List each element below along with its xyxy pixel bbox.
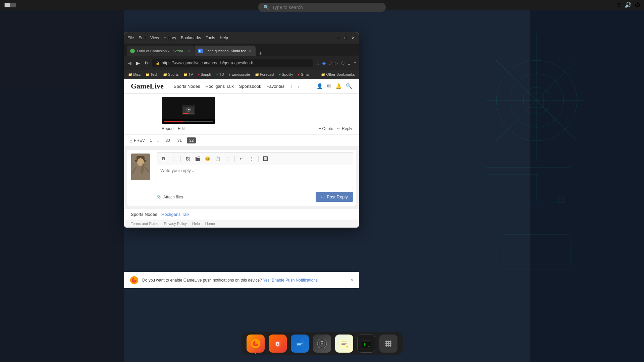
download-icon[interactable]: ⤓	[347, 61, 351, 66]
footer-home[interactable]: Home	[205, 222, 215, 226]
nav-chevron[interactable]: ›	[298, 84, 299, 89]
toolbar-more-3[interactable]: ⋮	[248, 155, 256, 163]
other-bookmarks[interactable]: 📁 Other Bookmarks	[320, 72, 356, 77]
toolbar-preview[interactable]: 🔲	[261, 155, 269, 163]
page-31[interactable]: 31	[175, 137, 184, 143]
toolbar-emoji[interactable]: 😊	[204, 155, 212, 163]
footer-hooligans-link[interactable]: Hooligans Talk	[161, 212, 190, 217]
bookmark-td[interactable]: ♦ TD	[215, 72, 225, 77]
edit-button[interactable]: Edit	[178, 126, 185, 131]
toolbar-more-2[interactable]: ⋮	[224, 155, 232, 163]
address-bar[interactable]: 🔒 https://www.gamelive.com/threads/got-a…	[152, 59, 313, 67]
tab-gamelive[interactable]: G Got a question. Kinda tec ✕	[195, 46, 256, 56]
svg-point-63	[387, 341, 389, 343]
footer-terms[interactable]: Terms and Rules	[131, 222, 159, 226]
menu-file[interactable]: File	[127, 36, 134, 40]
tab-close-2[interactable]: ✕	[248, 49, 252, 53]
toolbar-video[interactable]: 🎬	[194, 155, 202, 163]
extension-icon-1[interactable]: ⬡	[328, 61, 332, 66]
top-bar-left	[4, 3, 16, 7]
tabs-overflow-button[interactable]: ⌄	[353, 52, 356, 56]
report-button[interactable]: Report	[162, 126, 174, 131]
nav-more[interactable]: T	[290, 84, 292, 89]
toolbar-image[interactable]: 🖼	[183, 155, 192, 163]
bookmark-windsorsite[interactable]: ♦ windsorsite	[227, 72, 252, 77]
nav-hooligans-talk[interactable]: Hooligans Talk	[206, 84, 234, 89]
enable-notifications-link[interactable]: Yes, Enable Push Notifications.	[263, 278, 319, 283]
dock-firefox[interactable]	[247, 335, 265, 353]
dock-files[interactable]	[291, 335, 309, 353]
post-content-area: Report Edit + Quote ↩ Reply	[162, 97, 352, 131]
reply-button[interactable]: ↩ Reply	[337, 126, 352, 131]
reply-icon: ↩	[337, 126, 340, 131]
menu-history[interactable]: History	[164, 36, 176, 40]
menu-edit[interactable]: Edit	[139, 36, 146, 40]
toolbar-sep-3	[258, 156, 259, 162]
svg-rect-13	[558, 198, 564, 203]
window-close[interactable]: ✕	[351, 36, 356, 40]
nav-sportsbook[interactable]: Sportsbook	[239, 84, 261, 89]
window-maximize[interactable]: □	[343, 36, 348, 40]
nav-sports-nodes[interactable]: Sports Nodes	[174, 84, 200, 89]
bookmark-gmail[interactable]: ♦ Gmail	[297, 72, 312, 77]
svg-point-65	[385, 343, 387, 345]
folder-icon: 📁	[321, 73, 325, 76]
pocket-icon[interactable]: ◈	[322, 61, 326, 66]
bookmark-misc[interactable]: 📁 Misc	[127, 72, 142, 77]
nav-favorites[interactable]: Favorites	[267, 84, 284, 89]
post-video-thumbnail[interactable]	[162, 97, 215, 124]
bookmark-forecast[interactable]: 📁 Forecast	[254, 72, 276, 77]
toolbar-clipboard[interactable]: 📋	[214, 155, 222, 163]
bookmark-tv[interactable]: 📁 TV	[182, 72, 195, 77]
menu-icon[interactable]: ≡	[354, 61, 356, 66]
media-icon[interactable]: ▷	[335, 61, 338, 66]
bell-icon[interactable]: 🔔	[335, 83, 342, 89]
nav-reload[interactable]: ↻	[144, 60, 150, 66]
page-30[interactable]: 30	[163, 137, 172, 143]
footer-help[interactable]: Help	[192, 222, 200, 226]
nav-forward[interactable]: ▶	[135, 60, 141, 66]
taskbar-dock: B	[241, 332, 403, 355]
toolbar-bold[interactable]: B	[160, 155, 168, 163]
tab-land-of-confusion[interactable]: Land of Confusion - 2007 PLAYING ✕	[127, 46, 194, 56]
page-32-current[interactable]: 32	[187, 137, 196, 143]
footer-sports-nodes[interactable]: Sports Nodes	[131, 212, 157, 217]
mail-icon[interactable]: ✉	[327, 83, 331, 89]
push-close-button[interactable]: ×	[351, 278, 354, 283]
quote-button[interactable]: + Quote	[319, 126, 333, 131]
dock-app-grid[interactable]	[379, 335, 397, 353]
attach-files-button[interactable]: 📎 Attach files	[157, 195, 183, 199]
reply-textarea[interactable]	[157, 165, 353, 188]
folder-icon: 📁	[183, 73, 187, 76]
dock-terminal[interactable]: $ _	[357, 335, 375, 353]
menu-view[interactable]: View	[150, 36, 159, 40]
search-input[interactable]	[272, 5, 380, 10]
bookmark-simplii[interactable]: ♦ Simplii	[197, 72, 213, 77]
dock-brave[interactable]: B	[269, 335, 287, 353]
folder-icon: 📁	[255, 73, 259, 76]
bookmark-star-icon[interactable]: ☆	[316, 61, 320, 66]
svg-rect-56	[341, 343, 347, 344]
bookmark-sports[interactable]: 📁 Sports	[162, 72, 180, 77]
dock-notes[interactable]	[335, 335, 353, 353]
footer-privacy[interactable]: Privacy Policy	[164, 222, 187, 226]
dock-music[interactable]	[313, 335, 331, 353]
bookmark-spotify[interactable]: ♦ Spotify	[278, 72, 294, 77]
reply-editor: B ⋮ 🖼 🎬 😊 📋 ⋮ ↩ ⋮ 🔲 📎	[127, 149, 356, 206]
toolbar-undo[interactable]: ↩	[237, 155, 246, 163]
menu-help[interactable]: Help	[220, 36, 228, 40]
nav-back[interactable]: ◀	[127, 60, 132, 66]
user-icon[interactable]: 👤	[317, 83, 323, 89]
new-tab-button[interactable]: +	[256, 50, 265, 56]
window-minimize[interactable]: ─	[336, 36, 341, 40]
menu-tools[interactable]: Tools	[206, 36, 215, 40]
page-1[interactable]: 1	[148, 137, 155, 143]
extension-icon-2[interactable]: ⬡	[341, 61, 344, 66]
header-search-icon[interactable]: 🔍	[346, 83, 352, 89]
menu-bookmarks[interactable]: Bookmarks	[181, 36, 201, 40]
post-reply-button[interactable]: ↩ Post Reply	[316, 192, 353, 202]
prev-page-button[interactable]: △ PREV	[129, 138, 145, 143]
tab-close-1[interactable]: ✕	[186, 49, 191, 53]
toolbar-more-1[interactable]: ⋮	[170, 155, 178, 163]
bookmark-tech[interactable]: 📁 Tech	[144, 72, 160, 77]
